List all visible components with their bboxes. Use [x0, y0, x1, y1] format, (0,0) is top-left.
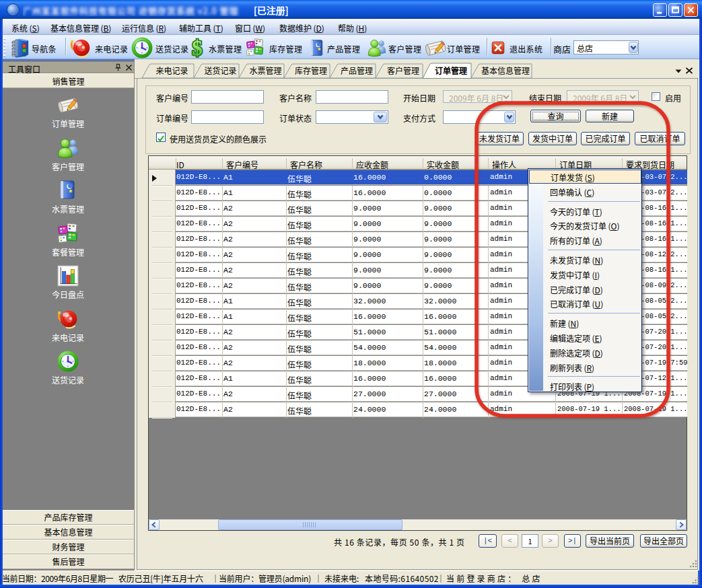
svg-text:来电记录: 来电记录	[155, 65, 188, 76]
svg-text:库存管理: 库存管理	[295, 65, 327, 76]
svg-text:客户管理: 客户管理	[387, 65, 419, 76]
svg-text:水票管理: 水票管理	[249, 65, 281, 76]
svg-text:送货记录: 送货记录	[204, 65, 236, 76]
svg-text:产品管理: 产品管理	[341, 65, 373, 76]
svg-text:$: $	[192, 38, 202, 58]
svg-text:基本信息管理: 基本信息管理	[481, 65, 530, 76]
svg-text:订单管理: 订单管理	[435, 65, 467, 76]
